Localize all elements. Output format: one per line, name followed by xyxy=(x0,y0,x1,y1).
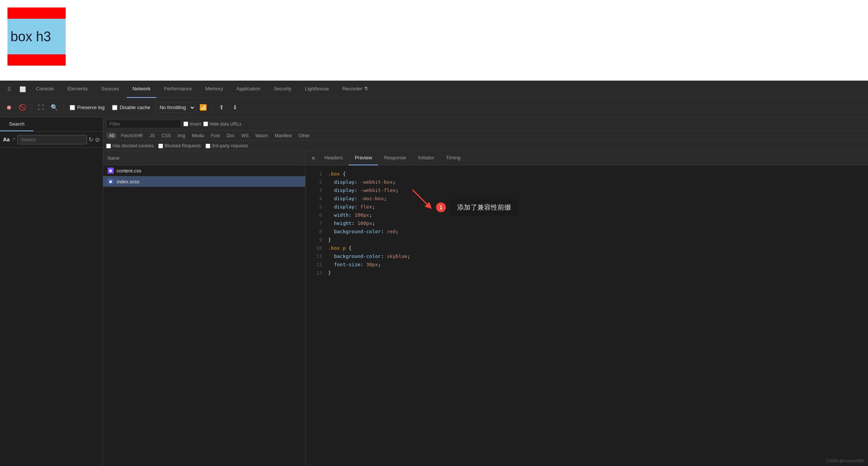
file-name-content-css: content.css xyxy=(117,168,141,174)
watermark: CSDN @xunyu0408 xyxy=(826,459,864,463)
record-button[interactable]: ⏺ xyxy=(3,102,15,114)
refresh-search-button[interactable]: ↻ xyxy=(88,135,93,144)
tab-network[interactable]: Network xyxy=(127,81,157,98)
code-preview: 1 .box { 2 display: -webkit-box; 3 displ… xyxy=(306,165,868,466)
disable-cache-checkbox[interactable] xyxy=(112,105,117,110)
blocked-requests-checkbox[interactable] xyxy=(158,144,163,148)
code-line-1: 1 .box { xyxy=(306,170,868,178)
box-red-top xyxy=(7,7,66,19)
tab-sources[interactable]: Sources xyxy=(95,81,125,98)
type-pill-all[interactable]: All xyxy=(106,132,117,139)
preview-tabs: ✕ Headers Preview Response Initiator Tim… xyxy=(306,151,868,165)
file-row-content-css[interactable]: ▣ content.css xyxy=(103,165,305,176)
code-line-4: 4 display: -moz-box; xyxy=(306,195,868,203)
tab-initiator[interactable]: Initiator xyxy=(412,151,440,165)
box-h3-text: box h3 xyxy=(10,29,51,45)
search-tab-bar: Search xyxy=(0,117,103,132)
hide-data-urls-checkbox[interactable] xyxy=(203,121,208,126)
close-preview-button[interactable]: ✕ xyxy=(309,153,318,163)
code-line-3: 3 display: -webkit-flex; xyxy=(306,186,868,195)
code-line-5: 5 display: flex; xyxy=(306,203,868,211)
clear-search-button[interactable]: ⊘ xyxy=(95,135,100,144)
network-toolbar: ⏺ 🚫 ⛶ 🔍 Preserve log Disable cache No th… xyxy=(0,98,868,117)
preserve-log-label[interactable]: Preserve log xyxy=(67,105,108,110)
network-conditions-icon[interactable]: 📶 xyxy=(197,102,209,114)
code-line-11: 11 background-color: skyblue; xyxy=(306,252,868,261)
hide-data-urls-label[interactable]: Hide data URLs xyxy=(203,121,241,127)
box-blue: box h3 xyxy=(7,19,66,54)
third-party-label[interactable]: 3rd-party requests xyxy=(205,143,248,148)
toolbar-sep-3 xyxy=(212,103,213,112)
tab-console[interactable]: Console xyxy=(30,81,60,98)
type-pill-ws[interactable]: WS xyxy=(238,132,252,139)
toolbar-sep-2 xyxy=(63,103,64,112)
search-network-button[interactable]: 🔍 xyxy=(48,102,60,114)
aa-icon[interactable]: Aa xyxy=(3,135,10,144)
type-pill-img[interactable]: Img xyxy=(175,132,188,139)
tab-memory[interactable]: Memory xyxy=(199,81,229,98)
filter-input[interactable] xyxy=(106,120,181,128)
devtools-responsive-icon[interactable]: ⬜ xyxy=(16,83,28,95)
filter-button[interactable]: ⛶ xyxy=(35,102,47,114)
type-pill-media[interactable]: Media xyxy=(189,132,207,139)
search-tab[interactable]: Search xyxy=(0,117,33,131)
file-list: Name ▣ content.css ▣ index.scss xyxy=(103,151,306,466)
type-pill-wasm[interactable]: Wasm xyxy=(252,132,271,139)
search-input[interactable] xyxy=(17,135,87,144)
tab-preview[interactable]: Preview xyxy=(349,151,378,165)
disable-cache-label[interactable]: Disable cache xyxy=(109,105,153,110)
clear-button[interactable]: 🚫 xyxy=(16,102,28,114)
has-blocked-cookies-checkbox[interactable] xyxy=(106,144,111,148)
name-column-header: Name xyxy=(108,156,120,161)
css-file-icon: ▣ xyxy=(108,168,114,174)
type-pill-css[interactable]: CSS xyxy=(159,132,174,139)
regex-icon[interactable]: .* xyxy=(11,135,16,144)
type-pill-other[interactable]: Other xyxy=(295,132,313,139)
network-content: Name ▣ content.css ▣ index.scss ✕ xyxy=(103,151,868,466)
devtools-tab-bar: ⠿ ⬜ Console Elements Sources Network Per… xyxy=(0,81,868,98)
tab-security[interactable]: Security xyxy=(268,81,297,98)
third-party-checkbox[interactable] xyxy=(205,144,210,148)
tab-response[interactable]: Response xyxy=(378,151,412,165)
devtools-body: Search Aa .* ↻ ⊘ Invert Hide xyxy=(0,117,868,466)
file-row-index-scss[interactable]: ▣ index.scss xyxy=(103,176,305,187)
browser-preview: box h3 xyxy=(0,0,868,81)
invert-checkbox[interactable] xyxy=(183,121,188,126)
request-filter-row: Has blocked cookies Blocked Requests 3rd… xyxy=(103,141,868,151)
invert-label[interactable]: Invert xyxy=(183,121,201,127)
code-line-9: 9 } xyxy=(306,236,868,244)
box-red-bottom xyxy=(7,54,66,66)
box-demo: box h3 xyxy=(7,7,66,66)
scss-file-icon: ▣ xyxy=(108,178,114,184)
network-panel: Invert Hide data URLs All Fetch/XHR JS C… xyxy=(103,117,868,466)
blocked-requests-label[interactable]: Blocked Requests xyxy=(158,143,201,148)
tab-performance[interactable]: Performance xyxy=(158,81,198,98)
type-pill-fetchxhr[interactable]: Fetch/XHR xyxy=(118,132,146,139)
has-blocked-cookies-label[interactable]: Has blocked cookies xyxy=(106,143,154,148)
import-button[interactable]: ⬇ xyxy=(229,102,241,114)
throttle-select[interactable]: No throttling xyxy=(155,102,196,113)
tab-lighthouse[interactable]: Lighthouse xyxy=(299,81,335,98)
type-filter-row: All Fetch/XHR JS CSS Img Media Font Doc … xyxy=(103,131,868,141)
tab-headers[interactable]: Headers xyxy=(318,151,349,165)
tab-application[interactable]: Application xyxy=(231,81,267,98)
devtools-toggle-icon[interactable]: ⠿ xyxy=(3,83,15,95)
code-line-10: 10 .box p { xyxy=(306,244,868,252)
code-line-2: 2 display: -webkit-box; xyxy=(306,178,868,186)
type-pill-js[interactable]: JS xyxy=(147,132,158,139)
tab-elements[interactable]: Elements xyxy=(61,81,94,98)
preserve-log-checkbox[interactable] xyxy=(70,105,75,110)
code-line-8: 8 background-color: red; xyxy=(306,228,868,236)
filter-row: Invert Hide data URLs xyxy=(103,117,868,131)
type-pill-doc[interactable]: Doc xyxy=(223,132,237,139)
tab-timing[interactable]: Timing xyxy=(440,151,467,165)
code-line-6: 6 width: 100px; xyxy=(306,211,868,219)
search-panel: Search Aa .* ↻ ⊘ xyxy=(0,117,103,466)
export-button[interactable]: ⬆ xyxy=(216,102,228,114)
file-name-index-scss: index.scss xyxy=(117,179,139,184)
code-line-13: 13 } xyxy=(306,269,868,277)
type-pill-font[interactable]: Font xyxy=(208,132,223,139)
search-input-row: Aa .* ↻ ⊘ xyxy=(0,132,103,148)
tab-recorder[interactable]: Recorder ⚗ xyxy=(336,81,374,98)
type-pill-manifest[interactable]: Manifest xyxy=(272,132,295,139)
